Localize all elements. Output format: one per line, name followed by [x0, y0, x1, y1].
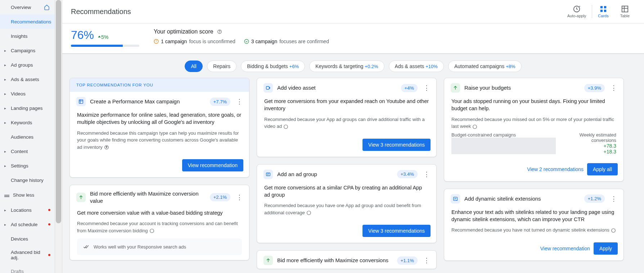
score-title: Your optimization score: [154, 28, 329, 35]
help-icon[interactable]: [306, 210, 311, 215]
apply-all-button[interactable]: Apply all: [587, 163, 618, 175]
help-icon[interactable]: [283, 124, 288, 129]
sidebar-item-advancedbid[interactable]: Advanced bid adj.: [0, 246, 55, 264]
card-desc: Get more conversions at a similar CPA by…: [264, 184, 429, 199]
sidebar-label: Ads & assets: [11, 77, 39, 82]
chip-label: Repairs: [213, 63, 230, 69]
chip-label: Ads & assets: [395, 63, 424, 69]
score-progress-fill: [71, 45, 123, 47]
card-uplift: +1.2%: [584, 194, 605, 203]
sidebar-item-devices[interactable]: Devices: [0, 232, 55, 246]
redacted-box: [451, 138, 556, 154]
svg-point-15: [284, 125, 288, 129]
sidebar: Overview Recommendations Insights ▸ Camp…: [0, 0, 55, 273]
tool-label: Table: [620, 14, 630, 18]
sidebar-item-content[interactable]: ▸ Content: [0, 144, 55, 158]
chip-all[interactable]: All: [185, 61, 203, 72]
sidebar-item-campaigns[interactable]: ▸ Campaigns: [0, 43, 55, 58]
svg-rect-5: [622, 6, 628, 12]
sidebar-label: Show less: [13, 192, 34, 198]
chip-bidding[interactable]: Bidding & budgets+6%: [241, 61, 305, 72]
more-icon[interactable]: ⋮: [422, 172, 431, 177]
sidebar-item-videos[interactable]: ▸ Videos: [0, 86, 55, 101]
chip-auto[interactable]: Automated campaigns+8%: [448, 61, 522, 72]
card-sub: Recommended because your App ad groups c…: [264, 116, 429, 130]
alert-dot-icon: [48, 209, 50, 211]
help-icon[interactable]: [149, 228, 154, 233]
bid-up-icon: [76, 193, 86, 202]
chip-keywords[interactable]: Keywords & targeting+0.2%: [309, 61, 384, 72]
sidebar-show-less[interactable]: Show less: [0, 187, 55, 203]
card-bid-conversions: Bid more efficiently with Maximize conve…: [257, 250, 437, 269]
sidebar-item-adschedule[interactable]: ▸ Ad schedule: [0, 217, 55, 232]
more-icon[interactable]: ⋮: [609, 196, 618, 201]
filter-chips: All Repairs Bidding & budgets+6% Keyword…: [62, 54, 644, 78]
more-icon[interactable]: ⋮: [235, 99, 244, 104]
sidebar-scrollbar[interactable]: [55, 0, 62, 273]
sidebar-label: Locations: [11, 207, 32, 213]
sidebar-item-audiences[interactable]: Audiences: [0, 130, 55, 144]
svg-rect-10: [79, 100, 83, 104]
sidebar-label: Videos: [11, 91, 26, 97]
svg-point-17: [307, 211, 311, 215]
sidebar-label: Ad schedule: [11, 222, 37, 227]
history-icon: [573, 5, 581, 13]
card-title: Bid more efficiently with Maximize conve…: [277, 257, 393, 264]
chip-ads[interactable]: Ads & assets+10%: [389, 61, 444, 72]
chip-label: Keywords & targeting: [315, 63, 363, 69]
card-video: Add video asset +4% ⋮ Get more conversio…: [257, 78, 437, 157]
more-icon[interactable]: ⋮: [235, 195, 244, 200]
chip-repairs[interactable]: Repairs: [207, 61, 237, 72]
sidebar-item-keywords[interactable]: ▸ Keywords: [0, 115, 55, 130]
more-icon[interactable]: ⋮: [422, 85, 431, 90]
more-icon[interactable]: ⋮: [609, 85, 618, 90]
budget-stat-right-label: Weekly estimated conversions: [556, 132, 616, 143]
apply-button[interactable]: Apply: [594, 242, 618, 255]
view-recommendations-button[interactable]: View 3 recommendations: [362, 139, 431, 151]
view-recommendations-button[interactable]: View 3 recommendations: [362, 225, 431, 237]
svg-rect-3: [600, 10, 603, 12]
view-recommendation-link[interactable]: View recommendation: [540, 246, 590, 251]
more-icon[interactable]: ⋮: [422, 258, 431, 263]
sidebar-item-overview[interactable]: Overview: [0, 0, 55, 14]
scrollbar-thumb[interactable]: [56, 0, 61, 223]
sidebar-label: Devices: [11, 236, 28, 242]
sidebar-item-locations[interactable]: ▸ Locations: [0, 203, 55, 217]
help-icon[interactable]: [472, 124, 477, 129]
pmax-icon: [76, 97, 86, 106]
tool-label: Cards: [598, 14, 608, 18]
score-percent: 76%: [71, 28, 94, 42]
view-recommendation-button[interactable]: View recommendation: [182, 159, 243, 171]
sidebar-item-insights[interactable]: Insights: [0, 29, 55, 43]
sidebar-label: Overview: [11, 5, 31, 10]
sidebar-label: Campaigns: [11, 48, 35, 53]
chevron-right-icon: ▸: [4, 106, 6, 110]
sidebar-item-changehistory[interactable]: Change history: [0, 173, 55, 187]
card-pmax: TOP RECOMMENDATION FOR YOU Create a Perf…: [69, 78, 249, 178]
card-desc: Your ads stopped running on your busiest…: [451, 98, 616, 112]
sidebar-item-adsassets[interactable]: ▸ Ads & assets: [0, 72, 55, 86]
svg-point-18: [473, 125, 477, 129]
svg-rect-1: [600, 6, 603, 8]
cards-icon: [599, 5, 607, 13]
card-title: Add an ad group: [277, 171, 393, 178]
sidebar-item-recommendations[interactable]: Recommendations: [0, 14, 55, 29]
sidebar-label: Change history: [11, 178, 44, 183]
sidebar-item-landing[interactable]: ▸ Landing pages: [0, 101, 55, 115]
view-recommendations-link[interactable]: View 2 recommendations: [527, 166, 584, 172]
chip-label: Bidding & budgets: [247, 63, 288, 69]
help-icon[interactable]: ?: [104, 145, 109, 150]
tool-table[interactable]: Table: [614, 5, 635, 18]
sidebar-label: Settings: [11, 163, 28, 169]
tool-cards[interactable]: Cards: [592, 5, 614, 18]
tool-auto-apply[interactable]: Auto-apply: [562, 5, 592, 18]
sidebar-item-adgroups[interactable]: ▸ Ad groups: [0, 58, 55, 72]
help-icon[interactable]: [217, 29, 222, 34]
bid-up-icon: [264, 256, 273, 265]
card-uplift: +3.9%: [584, 84, 605, 92]
tool-label: Auto-apply: [567, 14, 586, 18]
sidebar-item-drafts[interactable]: Drafts: [0, 264, 55, 273]
sidebar-item-settings[interactable]: ▸ Settings: [0, 158, 55, 173]
help-icon[interactable]: [611, 228, 616, 233]
card-bid-value: Bid more efficiently with Maximize conve…: [69, 185, 249, 260]
